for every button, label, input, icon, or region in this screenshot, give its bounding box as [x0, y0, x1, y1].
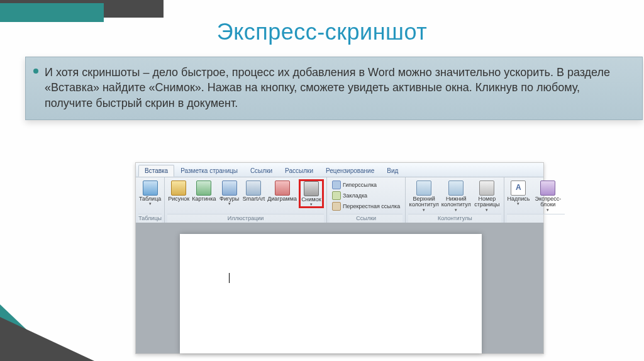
bookmark-icon — [332, 191, 341, 200]
picture-button[interactable]: Рисунок — [167, 179, 190, 203]
header-label: Верхний колонтитул — [409, 196, 439, 208]
hyperlink-button[interactable]: Гиперссылка — [332, 181, 400, 189]
tab-mailings[interactable]: Рассылки — [279, 165, 319, 177]
slide-title: Экспресс-скриншот — [0, 19, 644, 45]
document-area — [136, 223, 543, 353]
ribbon-body: Таблица ▾ Таблицы Рисунок Картинка — [136, 177, 543, 223]
quickparts-icon — [540, 181, 555, 196]
group-text: A Надпись ▾ Экспресс-блоки ▾ — [504, 177, 567, 223]
screenshot-button[interactable]: Снимок ▾ — [299, 179, 324, 208]
smartart-button[interactable]: SmartArt — [242, 179, 266, 203]
table-icon — [143, 181, 158, 196]
tab-review[interactable]: Рецензирование — [319, 165, 380, 177]
bullet-icon — [33, 69, 38, 74]
smartart-label: SmartArt — [243, 196, 265, 202]
quickparts-button[interactable]: Экспресс-блоки ▾ — [531, 179, 565, 213]
ribbon-tabs: Вставка Разметка страницы Ссылки Рассылк… — [136, 163, 543, 177]
tab-insert[interactable]: Вставка — [138, 165, 174, 177]
shapes-button[interactable]: Фигуры ▾ — [218, 179, 241, 207]
group-links-label: Ссылки — [330, 214, 402, 223]
group-links: Гиперссылка Закладка Перекрестная ссылка… — [327, 177, 406, 223]
group-text-label — [507, 214, 565, 223]
group-tables: Таблица ▾ Таблицы — [136, 177, 165, 223]
chevron-down-icon: ▾ — [486, 209, 488, 211]
chevron-down-icon: ▾ — [149, 203, 152, 205]
group-headerfooter: Верхний колонтитул ▾ Нижний колонтитул ▾… — [406, 177, 504, 223]
chevron-down-icon: ▾ — [310, 203, 313, 206]
table-button[interactable]: Таблица ▾ — [138, 179, 162, 207]
chevron-down-icon: ▾ — [228, 203, 231, 205]
document-page[interactable] — [180, 234, 482, 353]
clipart-icon — [196, 181, 211, 196]
decor-triangle-dark — [0, 317, 94, 361]
crossref-label: Перекрестная ссылка — [343, 203, 400, 209]
picture-label: Рисунок — [168, 196, 189, 202]
chart-button[interactable]: Диаграмма — [267, 179, 297, 203]
chevron-down-icon: ▾ — [455, 209, 457, 211]
group-illustrations-label: Иллюстрации — [167, 214, 324, 223]
shapes-icon — [222, 181, 237, 196]
word-ribbon-screenshot: Вставка Разметка страницы Ссылки Рассылк… — [135, 162, 544, 354]
pagenum-button[interactable]: Номер страницы ▾ — [472, 179, 501, 213]
slide-body-text: И хотя скриншоты – дело быстрое, процесс… — [45, 66, 610, 109]
smartart-icon — [246, 181, 261, 196]
chevron-down-icon: ▾ — [547, 209, 549, 211]
chart-icon — [275, 181, 290, 196]
header-button[interactable]: Верхний колонтитул ▾ — [408, 179, 440, 213]
chevron-down-icon: ▾ — [517, 203, 519, 205]
textbox-button[interactable]: A Надпись ▾ — [507, 179, 530, 207]
footer-button[interactable]: Нижний колонтитул ▾ — [441, 179, 471, 213]
pagenum-label: Номер страницы — [473, 196, 501, 208]
header-icon — [416, 181, 431, 196]
tab-view[interactable]: Вид — [380, 165, 404, 177]
tab-pagelayout[interactable]: Разметка страницы — [174, 165, 244, 177]
pagenum-icon — [479, 181, 494, 196]
chart-label: Диаграмма — [267, 196, 297, 202]
group-tables-label: Таблицы — [138, 214, 162, 223]
slide: Экспресс-скриншот И хотя скриншоты – дел… — [0, 0, 644, 361]
bookmark-button[interactable]: Закладка — [332, 191, 400, 200]
textbox-icon: A — [511, 181, 526, 196]
clipart-label: Картинка — [192, 196, 216, 202]
hyperlink-label: Гиперссылка — [343, 182, 377, 188]
crossref-icon — [332, 202, 341, 211]
hyperlink-icon — [332, 181, 341, 189]
picture-icon — [171, 181, 186, 196]
footer-icon — [448, 181, 464, 196]
group-headerfooter-label: Колонтитулы — [408, 214, 501, 223]
clipart-button[interactable]: Картинка — [191, 179, 216, 203]
group-illustrations: Рисунок Картинка Фигуры ▾ SmartArt — [165, 177, 327, 223]
tab-references[interactable]: Ссылки — [244, 165, 279, 177]
bookmark-label: Закладка — [343, 192, 367, 199]
quickparts-label: Экспресс-блоки — [531, 196, 564, 208]
content-box: И хотя скриншоты – дело быстрое, процесс… — [25, 57, 643, 120]
text-cursor — [229, 273, 230, 283]
chevron-down-icon: ▾ — [423, 209, 425, 211]
crossref-button[interactable]: Перекрестная ссылка — [332, 202, 400, 211]
footer-label: Нижний колонтитул — [441, 196, 471, 208]
screenshot-icon — [304, 181, 319, 196]
